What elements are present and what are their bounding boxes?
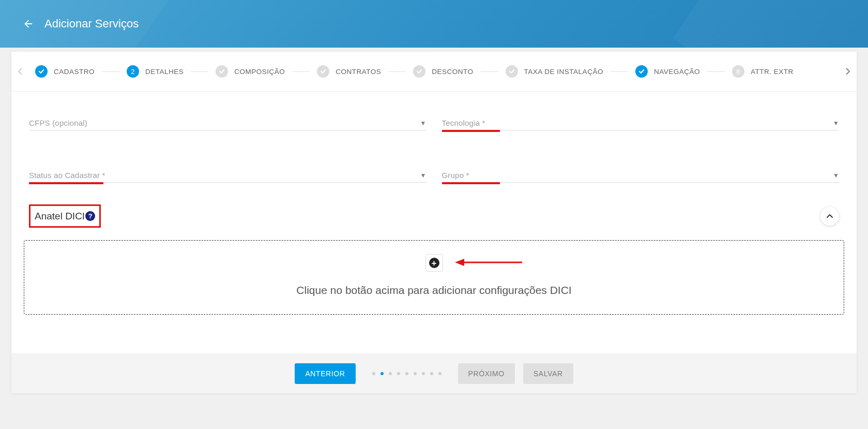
progress-dot — [414, 372, 417, 375]
grupo-select[interactable]: Grupo * ▼ — [442, 171, 840, 183]
step-detalhes[interactable]: 2DETALHES — [127, 65, 184, 78]
step-label: DETALHES — [145, 68, 184, 76]
prev-button[interactable]: ANTERIOR — [295, 363, 355, 384]
chevron-down-icon: ▼ — [833, 172, 839, 179]
step-label: CADASTRO — [54, 68, 95, 76]
form-area: CFPS (opcional) ▼ Tecnologia * ▼ Status … — [11, 92, 857, 188]
annotation-arrow-icon — [455, 256, 527, 269]
step-label: CONTRATOS — [336, 68, 381, 76]
step-navega-o[interactable]: NAVEGAÇÃO — [635, 65, 700, 78]
step-label: DESCONTO — [432, 68, 473, 76]
chevron-down-icon: ▼ — [833, 120, 839, 127]
status-select[interactable]: Status ao Cadastrar * ▼ — [29, 171, 427, 183]
step-connector — [388, 71, 406, 72]
chevron-down-icon: ▼ — [420, 172, 427, 179]
progress-dot — [372, 372, 375, 375]
chevron-down-icon: ▼ — [420, 120, 427, 127]
anatel-section-title: Anatel DICI — [35, 211, 85, 221]
next-button[interactable]: PRÓXIMO — [458, 363, 515, 384]
step-connector — [191, 71, 208, 72]
step-label: COMPOSIÇÃO — [234, 68, 285, 76]
step-desconto[interactable]: DESCONTO — [413, 65, 473, 78]
step-label: TAXA DE INSTALAÇÃO — [524, 68, 603, 76]
save-button[interactable]: SALVAR — [523, 363, 573, 384]
grupo-label: Grupo * — [442, 171, 469, 180]
step-number-badge — [317, 65, 329, 78]
cfps-select[interactable]: CFPS (opcional) ▼ — [29, 119, 427, 130]
progress-dots — [372, 372, 441, 375]
step-number-badge: 2 — [127, 65, 139, 78]
status-label: Status ao Cadastrar * — [29, 171, 105, 180]
check-icon — [635, 65, 648, 78]
progress-dot — [405, 372, 408, 375]
step-number-badge — [216, 65, 228, 78]
step-connector — [707, 71, 725, 72]
collapse-button[interactable] — [820, 207, 839, 226]
app-header: Adicionar Serviços — [0, 0, 868, 48]
step-number-badge: 8 — [732, 65, 744, 78]
check-icon — [35, 65, 48, 78]
add-dici-button[interactable]: + — [425, 254, 443, 272]
progress-dot — [380, 372, 384, 375]
back-icon[interactable] — [23, 18, 34, 29]
step-connector — [611, 71, 628, 72]
anatel-section-title-box: Anatel DICI ? — [29, 204, 101, 228]
step-connector — [102, 71, 119, 72]
step-taxa-de-instala-o[interactable]: TAXA DE INSTALAÇÃO — [506, 65, 603, 78]
svg-marker-2 — [455, 259, 464, 266]
required-underline — [29, 182, 103, 184]
step-label: NAVEGAÇÃO — [654, 68, 700, 76]
anatel-add-area: + Clique no botão acima para adicionar c… — [24, 240, 844, 315]
progress-dot — [438, 372, 441, 375]
required-underline — [442, 182, 500, 184]
progress-dot — [397, 372, 400, 375]
step-number-badge — [413, 65, 425, 78]
progress-dot — [430, 372, 433, 375]
step-attr-extr[interactable]: 8ATTR. EXTR — [732, 65, 794, 78]
stepper: CADASTRO2DETALHESCOMPOSIÇÃOCONTRATOSDESC… — [11, 52, 857, 92]
step-connector — [292, 71, 310, 72]
add-dici-hint: Clique no botão acima para adicionar con… — [35, 284, 833, 297]
tecnologia-label: Tecnologia * — [442, 119, 485, 127]
anatel-section-header: Anatel DICI ? — [11, 188, 857, 233]
step-label: ATTR. EXTR — [751, 68, 794, 76]
main-card: CADASTRO2DETALHESCOMPOSIÇÃOCONTRATOSDESC… — [11, 52, 857, 393]
step-composi-o[interactable]: COMPOSIÇÃO — [216, 65, 285, 78]
step-contratos[interactable]: CONTRATOS — [317, 65, 381, 78]
stepper-next-icon[interactable] — [845, 67, 850, 76]
tecnologia-select[interactable]: Tecnologia * ▼ — [442, 119, 840, 130]
required-underline — [442, 130, 500, 132]
plus-icon: + — [429, 258, 439, 268]
help-icon[interactable]: ? — [85, 211, 95, 221]
progress-dot — [389, 372, 392, 375]
step-connector — [481, 71, 498, 72]
step-cadastro[interactable]: CADASTRO — [35, 65, 95, 78]
stepper-prev-icon[interactable] — [18, 67, 23, 76]
cfps-label: CFPS (opcional) — [29, 119, 87, 127]
progress-dot — [422, 372, 425, 375]
wizard-footer: ANTERIOR PRÓXIMO SALVAR — [11, 353, 857, 393]
page-title: Adicionar Serviços — [44, 17, 139, 31]
step-number-badge — [506, 65, 518, 78]
